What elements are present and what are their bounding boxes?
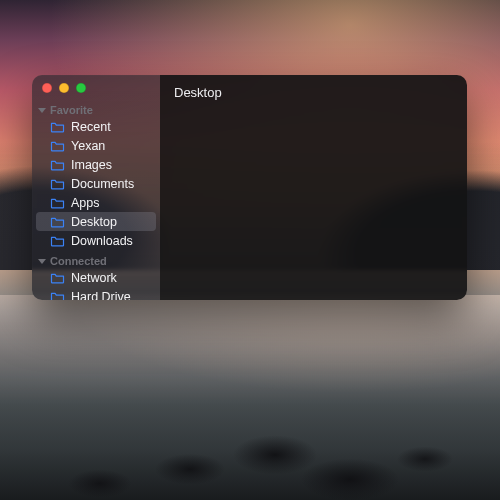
disclosure-triangle-icon [38,108,46,113]
folder-icon [50,140,65,152]
sidebar-item-label: Recent [71,120,111,134]
sidebar-item-label: Downloads [71,234,133,248]
sidebar-item-label: Apps [71,196,100,210]
folder-icon [50,159,65,171]
folder-icon [50,235,65,247]
window-controls [32,83,160,99]
desktop-wallpaper: FavoriteRecentYexanImagesDocumentsAppsDe… [0,0,500,500]
sidebar-item[interactable]: Apps [36,193,156,212]
sidebar-item-label: Desktop [71,215,117,229]
disclosure-triangle-icon [38,259,46,264]
folder-icon [50,291,65,301]
sidebar-item[interactable]: Images [36,155,156,174]
sidebar-section-label: Connected [50,255,107,267]
sidebar-item-label: Documents [71,177,134,191]
folder-icon [50,178,65,190]
sidebar-item[interactable]: Hard Drive [36,287,156,300]
folder-icon [50,197,65,209]
sidebar-item[interactable]: Documents [36,174,156,193]
sidebar-item[interactable]: Desktop [36,212,156,231]
folder-icon [50,216,65,228]
folder-icon [50,272,65,284]
sidebar-item-label: Images [71,158,112,172]
folder-icon [50,121,65,133]
sidebar-item[interactable]: Yexan [36,136,156,155]
content-title: Desktop [174,85,453,100]
sidebar-item-label: Hard Drive [71,290,131,301]
wallpaper-reflection [0,295,500,405]
sidebar-section-label: Favorite [50,104,93,116]
file-browser-window: FavoriteRecentYexanImagesDocumentsAppsDe… [32,75,467,300]
content-pane: Desktop [160,75,467,300]
sidebar-item-label: Yexan [71,139,105,153]
sidebar-item-label: Network [71,271,117,285]
sidebar-section-header[interactable]: Favorite [32,99,160,117]
sidebar-item[interactable]: Recent [36,117,156,136]
zoom-button[interactable] [76,83,86,93]
sidebar-item[interactable]: Downloads [36,231,156,250]
sidebar: FavoriteRecentYexanImagesDocumentsAppsDe… [32,75,160,300]
minimize-button[interactable] [59,83,69,93]
sidebar-item[interactable]: Network [36,268,156,287]
sidebar-section-header[interactable]: Connected [32,250,160,268]
close-button[interactable] [42,83,52,93]
